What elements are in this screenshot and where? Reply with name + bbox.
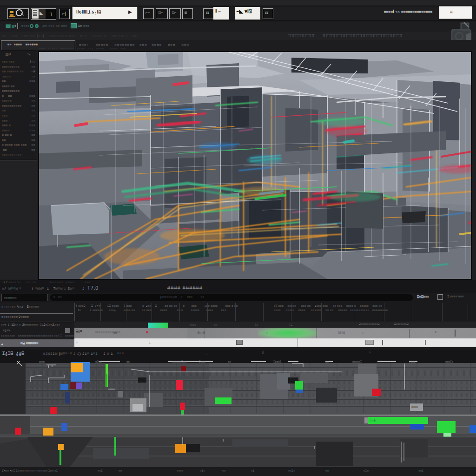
svg-text:⌶⍀⌗⌗ ⍀⌗⌶ ⌶⌗⌗⌗⌗⌗⌗⌗⌗⌗⌗ ⌗⌗⌗⌗⌗⌗⌗: ⌶⍀⌗⌗ ⍀⌗⌶ ⌶⌗⌗⌗⌗⌗⌗⌗⌗⌗⌗ ⌗⌗⌗⌗⌗⌗⌗ ⌶⌗⌗ ⌗⌶ <box>2 469 58 472</box>
svg-text:⌗⌗Ⅰ⌗: ⌗⌗Ⅰ⌗ <box>411 405 418 409</box>
svg-text:⌗⌗⌗⌗⌗⌶: ⌗⌗⌗⌗⌗⌶ <box>352 360 362 363</box>
svg-text:⌗⌗⌗⌗: ⌗⌗⌗⌗ <box>177 469 184 472</box>
svg-text:⌗⌗⌶: ⌗⌗⌶ <box>98 469 103 472</box>
svg-text:⌗⌗: ⌗⌗ <box>119 469 122 472</box>
svg-text:⌗⌶⌗⌗: ⌗⌶⌗⌗ <box>95 360 102 363</box>
svg-text:⌗⌶⌗: ⌗⌶⌗ <box>364 469 369 472</box>
svg-text:⌗⌗⌗⌗: ⌗⌗⌗⌗ <box>409 360 416 363</box>
svg-text:⌗⌗: ⌗⌗ <box>325 360 329 363</box>
svg-text:⌗⌗⌗⌗⌗⌗⌶⌗⌗: ⌗⌗⌗⌗⌗⌗⌶⌗⌗ <box>172 360 186 363</box>
svg-text:⌗⌗⌶: ⌗⌗⌶ <box>418 469 423 472</box>
svg-text:⌗⌗: ⌗⌗ <box>126 360 130 363</box>
svg-text:⌗⌗: ⌗⌗ <box>222 469 226 472</box>
svg-text:⌗⌗: ⌗⌗ <box>228 360 231 363</box>
svg-text:⌶⌗⌗⌗⌶: ⌶⌗⌗⌗⌶ <box>273 360 282 363</box>
svg-text:⌗⌗Ⅰ⌗: ⌗⌗Ⅰ⌗ <box>370 419 377 422</box>
svg-text:⌗⌗: ⌗⌗ <box>325 469 329 472</box>
svg-text:|⌗⌗⌗|: |⌗⌗⌗| <box>39 360 46 363</box>
svg-text:⌗⌶: ⌗⌶ <box>251 469 255 472</box>
svg-text:⌶⌗⌗⌗: ⌶⌗⌗⌗ <box>199 360 205 363</box>
svg-text:⌗⌗⌗⌶⌗: ⌗⌗⌗⌶⌗ <box>445 360 454 363</box>
svg-text:⌗⌶⌗: ⌗⌶⌗ <box>200 469 205 472</box>
svg-text:⌗⌗⌶⌗: ⌗⌗⌶⌗ <box>288 469 295 472</box>
